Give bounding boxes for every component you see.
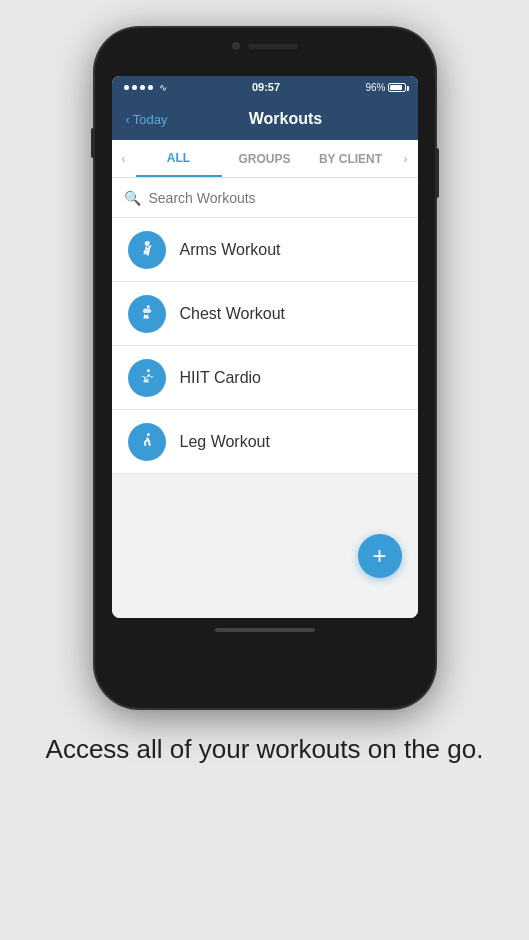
list-item[interactable]: Arms Workout — [112, 218, 418, 282]
workout-icon-arms — [128, 231, 166, 269]
chevron-right-icon: › — [403, 151, 407, 166]
workout-name-arms: Arms Workout — [180, 241, 281, 259]
search-bar: 🔍 — [112, 178, 418, 218]
signal-dot-2 — [132, 85, 137, 90]
screen: ∿ 09:57 96% ‹ Today Workouts — [112, 76, 418, 618]
battery-bar — [388, 83, 406, 92]
caption-area: Access all of your workouts on the go. — [16, 732, 514, 767]
back-label: Today — [133, 112, 168, 127]
tab-all[interactable]: ALL — [136, 140, 222, 177]
workout-name-leg: Leg Workout — [180, 433, 270, 451]
tab-by-client[interactable]: BY CLIENT — [308, 140, 394, 177]
signal-area: ∿ — [124, 82, 167, 93]
nav-title: Workouts — [168, 110, 404, 128]
workout-icon-chest — [128, 295, 166, 333]
camera-dot — [232, 42, 240, 50]
tabs-row: ‹ ALL GROUPS BY CLIENT › — [112, 140, 418, 178]
signal-dot-3 — [140, 85, 145, 90]
svg-point-0 — [144, 241, 149, 246]
tab-next-button[interactable]: › — [394, 151, 418, 166]
list-spacer: + — [112, 474, 418, 594]
signal-dot-1 — [124, 85, 129, 90]
workout-name-hiit: HIIT Cardio — [180, 369, 262, 387]
wifi-icon: ∿ — [159, 82, 167, 93]
caption-text: Access all of your workouts on the go. — [46, 732, 484, 767]
workout-icon-hiit — [128, 359, 166, 397]
workout-icon-leg — [128, 423, 166, 461]
camera-area — [232, 42, 298, 50]
workout-list: Arms Workout Chest Workout — [112, 218, 418, 618]
tab-groups[interactable]: GROUPS — [222, 140, 308, 177]
home-indicator — [215, 628, 315, 632]
tab-prev-button[interactable]: ‹ — [112, 151, 136, 166]
workout-name-chest: Chest Workout — [180, 305, 286, 323]
search-icon: 🔍 — [124, 190, 141, 206]
signal-dot-4 — [148, 85, 153, 90]
list-item[interactable]: Chest Workout — [112, 282, 418, 346]
speaker-bar — [248, 44, 298, 49]
list-item[interactable]: Leg Workout — [112, 410, 418, 474]
chevron-left-icon: ‹ — [121, 151, 125, 166]
fab-add-button[interactable]: + — [358, 534, 402, 578]
status-time: 09:57 — [252, 81, 280, 93]
status-bar: ∿ 09:57 96% — [112, 76, 418, 98]
back-button[interactable]: ‹ Today — [126, 112, 168, 127]
list-item[interactable]: HIIT Cardio — [112, 346, 418, 410]
back-chevron-icon: ‹ — [126, 112, 130, 127]
battery-percent: 96% — [365, 82, 385, 93]
battery-fill — [390, 85, 403, 90]
nav-bar: ‹ Today Workouts — [112, 98, 418, 140]
battery-area: 96% — [365, 82, 405, 93]
search-input[interactable] — [149, 190, 406, 206]
phone-shell: ∿ 09:57 96% ‹ Today Workouts — [95, 28, 435, 708]
